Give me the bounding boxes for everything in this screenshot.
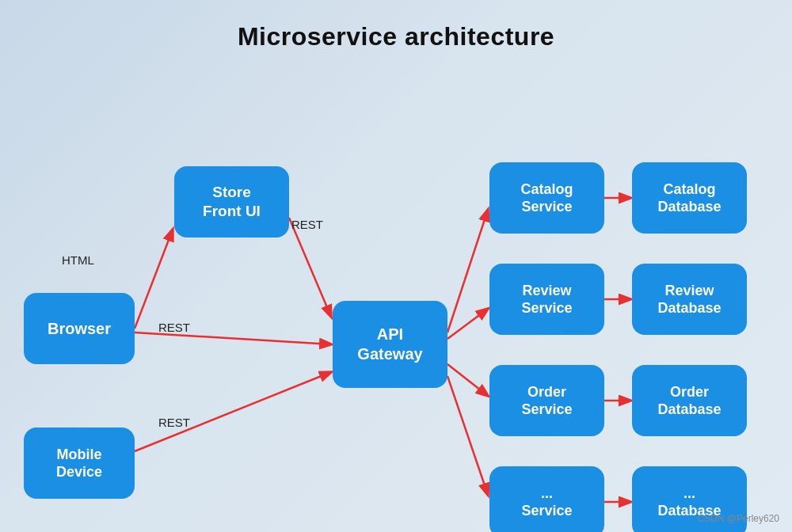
svg-line-1: [135, 332, 331, 344]
svg-line-7: [447, 376, 488, 495]
storefront-node: StoreFront UI: [174, 166, 289, 238]
rest-label-browser: REST: [158, 321, 190, 334]
page-title: Microservice architecture: [0, 0, 792, 51]
order-database-node: OrderDatabase: [632, 365, 747, 436]
svg-line-0: [135, 230, 173, 329]
svg-line-3: [289, 218, 331, 317]
catalog-database-node: CatalogDatabase: [632, 162, 747, 234]
rest-label-storefront: REST: [291, 218, 323, 231]
rest-label-mobile: REST: [158, 416, 190, 429]
svg-line-4: [447, 210, 488, 332]
browser-node: Browser: [24, 293, 135, 364]
gateway-node: APIGateway: [333, 301, 447, 388]
review-database-node: ReviewDatabase: [632, 264, 747, 335]
catalog-service-node: CatalogService: [489, 162, 604, 234]
order-service-node: OrderService: [489, 365, 604, 436]
etc-service-node: ...Service: [489, 466, 604, 532]
watermark: CSDN @Perley620: [697, 513, 779, 524]
mobile-node: MobileDevice: [24, 428, 135, 499]
svg-line-2: [135, 372, 331, 451]
html-label: HTML: [62, 253, 94, 267]
review-service-node: ReviewService: [489, 264, 604, 335]
svg-line-6: [447, 364, 488, 396]
svg-line-5: [447, 309, 488, 339]
